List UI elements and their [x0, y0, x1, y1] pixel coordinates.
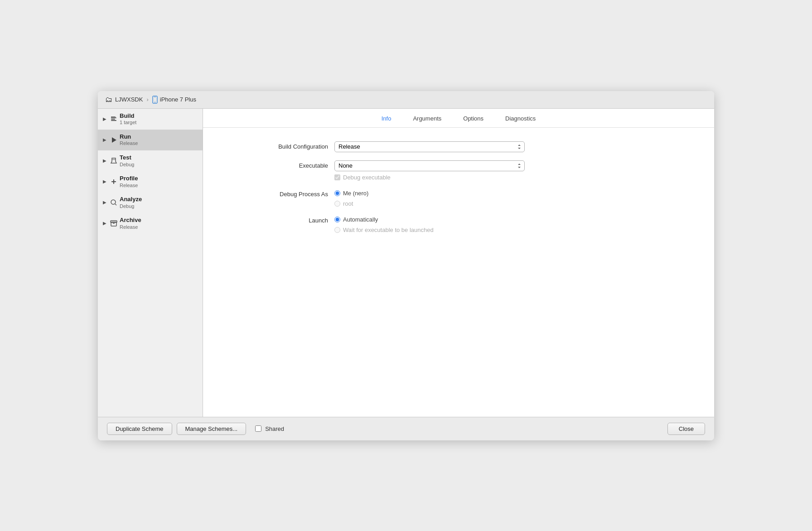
svg-line-12	[115, 204, 116, 205]
chevron-profile-icon: ▶	[102, 179, 108, 185]
duplicate-scheme-button[interactable]: Duplicate Scheme	[107, 423, 172, 435]
launch-label-wait: Wait for executable to be launched	[343, 227, 434, 233]
project-name: LJWXSDK	[115, 96, 143, 103]
shared-label: Shared	[265, 425, 284, 432]
chevron-build-icon: ▶	[102, 116, 108, 122]
profile-sub: Release	[120, 183, 138, 188]
sidebar-item-run[interactable]: ▶ Run Release	[98, 130, 203, 150]
archive-name: Archive	[120, 217, 141, 224]
run-icon	[110, 136, 118, 144]
project-icon: 🗂	[105, 96, 112, 104]
analyze-sub: Debug	[120, 203, 142, 209]
chevron-run-icon: ▶	[102, 137, 108, 143]
right-panel: InfoArgumentsOptionsDiagnostics Build Co…	[203, 109, 714, 417]
test-name: Test	[120, 154, 134, 162]
svg-point-11	[111, 200, 116, 204]
form-area: Build Configuration Release Debug Execut…	[203, 128, 714, 417]
debug-process-radio-row-root: root	[334, 200, 525, 207]
executable-select[interactable]: None	[334, 160, 525, 171]
sidebar-item-analyze[interactable]: ▶ Analyze Debug	[98, 192, 203, 213]
launch-label: Launch	[239, 215, 334, 224]
debug-process-label-root: root	[343, 200, 353, 207]
analyze-icon	[110, 198, 118, 207]
test-icon	[110, 157, 118, 165]
svg-marker-6	[112, 137, 116, 143]
debug-executable-row: Debug executable	[334, 174, 525, 181]
svg-rect-14	[111, 221, 117, 222]
profile-name: Profile	[120, 175, 138, 183]
debug-process-label: Debug Process As	[239, 189, 334, 198]
launch-radio-wait[interactable]	[334, 227, 340, 233]
build-sub: 1 target	[120, 120, 136, 126]
shared-checkbox[interactable]	[255, 425, 261, 432]
sidebar-item-test[interactable]: ▶ Test Debug	[98, 150, 203, 171]
device-icon	[152, 96, 158, 104]
analyze-name: Analyze	[120, 196, 142, 203]
scheme-editor-window: 🗂 LJWXSDK › iPhone 7 Plus ▶ Build 1 targ…	[98, 91, 714, 440]
archive-sub: Release	[120, 224, 141, 230]
main-content: ▶ Build 1 target ▶ Run Release ▶ Test De…	[98, 109, 714, 417]
sidebar-item-build[interactable]: ▶ Build 1 target	[98, 109, 203, 130]
sidebar: ▶ Build 1 target ▶ Run Release ▶ Test De…	[98, 109, 203, 417]
archive-icon	[110, 219, 118, 227]
debug-process-radio-root[interactable]	[334, 201, 340, 207]
debug-process-row: Debug Process As Me (nero)root	[239, 189, 687, 207]
debug-process-control: Me (nero)root	[334, 189, 525, 207]
title-bar: 🗂 LJWXSDK › iPhone 7 Plus	[98, 91, 714, 109]
launch-radio-auto[interactable]	[334, 217, 340, 222]
launch-row: Launch AutomaticallyWait for executable …	[239, 215, 687, 233]
bottom-bar: Duplicate Scheme Manage Schemes... Share…	[98, 417, 714, 440]
debug-executable-checkbox[interactable]	[334, 174, 340, 180]
run-name: Run	[120, 133, 138, 141]
launch-label-auto: Automatically	[343, 216, 378, 223]
launch-control: AutomaticallyWait for executable to be l…	[334, 215, 525, 233]
tab-info[interactable]: Info	[382, 114, 392, 123]
tab-diagnostics[interactable]: Diagnostics	[505, 114, 536, 123]
chevron-analyze-icon: ▶	[102, 199, 108, 206]
svg-point-10	[113, 181, 115, 183]
close-button[interactable]: Close	[667, 423, 705, 435]
svg-point-1	[155, 101, 155, 102]
run-sub: Release	[120, 140, 138, 146]
debug-process-label-me: Me (nero)	[343, 190, 368, 197]
manage-schemes-button[interactable]: Manage Schemes...	[177, 423, 246, 435]
executable-row: Executable None Debug executable	[239, 160, 687, 181]
breadcrumb-separator: ›	[146, 96, 148, 103]
shared-area: Shared	[255, 425, 284, 432]
debug-process-radio-row-me: Me (nero)	[334, 190, 525, 197]
sidebar-item-profile[interactable]: ▶ Profile Release	[98, 171, 203, 192]
build-icon	[110, 115, 118, 123]
debug-executable-label: Debug executable	[343, 174, 391, 181]
debug-process-radio-me[interactable]	[334, 190, 340, 196]
launch-radio-row-wait: Wait for executable to be launched	[334, 227, 525, 233]
build-config-label: Build Configuration	[239, 141, 334, 150]
sidebar-item-archive[interactable]: ▶ Archive Release	[98, 213, 203, 234]
profile-icon	[110, 178, 118, 186]
test-sub: Debug	[120, 162, 134, 168]
chevron-test-icon: ▶	[102, 158, 108, 164]
launch-radio-row-auto: Automatically	[334, 216, 525, 223]
build-name: Build	[120, 112, 136, 120]
chevron-archive-icon: ▶	[102, 220, 108, 227]
tab-options[interactable]: Options	[463, 114, 483, 123]
executable-label: Executable	[239, 160, 334, 169]
svg-rect-3	[111, 120, 116, 121]
build-config-control: Release Debug	[334, 141, 525, 152]
tab-arguments[interactable]: Arguments	[413, 114, 441, 123]
build-config-select[interactable]: Release Debug	[334, 141, 525, 152]
executable-control: None Debug executable	[334, 160, 525, 181]
svg-rect-4	[111, 119, 115, 120]
device-name: iPhone 7 Plus	[152, 96, 196, 104]
svg-marker-5	[111, 116, 116, 118]
build-config-row: Build Configuration Release Debug	[239, 141, 687, 152]
svg-rect-2	[154, 97, 156, 97]
tabs-bar: InfoArgumentsOptionsDiagnostics	[203, 109, 714, 128]
